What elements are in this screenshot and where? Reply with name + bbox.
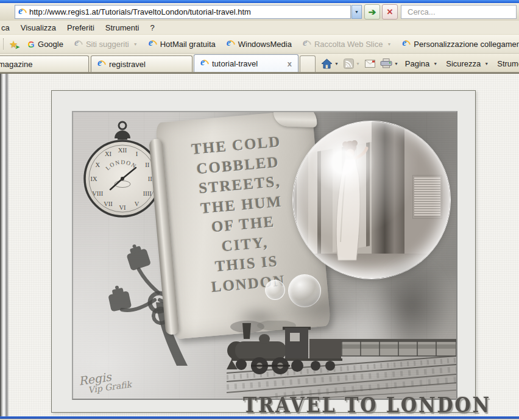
menu-item-preferiti[interactable]: Preferiti xyxy=(62,21,100,34)
chevron-down-icon: ▼ xyxy=(433,62,437,66)
clock-numeral: XII xyxy=(118,147,127,154)
rss-feed-icon xyxy=(344,59,354,69)
tab-bar: magazine registravel tutorial-travel x ▼ xyxy=(0,54,519,72)
favorite-label: Siti suggeriti xyxy=(86,40,129,49)
command-bar: ▼ ▼ xyxy=(319,55,519,71)
page-viewport: XII I II III IIII V VI VII VIII IX X XI xyxy=(0,74,519,416)
printer-icon xyxy=(380,59,392,68)
print-button[interactable]: ▼ xyxy=(378,57,400,69)
close-icon[interactable]: x xyxy=(286,59,293,68)
address-dropdown-button[interactable]: ▼ xyxy=(351,5,362,19)
ie-icon xyxy=(199,59,209,68)
chevron-down-icon: ▼ xyxy=(334,62,339,66)
search-box[interactable] xyxy=(401,5,517,19)
stop-x-icon: ✕ xyxy=(387,7,394,16)
google-g-icon: G xyxy=(27,40,35,49)
home-icon xyxy=(321,59,333,69)
favorites-bar: ★ ➤ G Google Siti suggeriti ▼ HotMail gr… xyxy=(0,35,519,54)
tab-label: magazine xyxy=(0,60,32,69)
clock-numeral: VIII xyxy=(92,190,104,197)
favorite-raccolta-web-slice[interactable]: Raccolta Web Slice ▼ xyxy=(297,37,396,51)
feeds-button[interactable]: ▼ xyxy=(342,57,362,70)
url-input[interactable] xyxy=(29,7,350,16)
chevron-down-icon: ▼ xyxy=(387,42,391,46)
tab-tutorial-travel[interactable]: tutorial-travel x xyxy=(194,54,298,72)
chevron-down-icon: ▼ xyxy=(356,62,360,66)
page-favicon-icon xyxy=(17,7,27,17)
cmd-label: Sicurezza xyxy=(446,59,481,68)
ie-icon xyxy=(225,39,235,49)
cmd-label: Strumenti xyxy=(497,59,519,68)
menu-bar: ca Visualizza Preferiti Strumenti ? xyxy=(0,21,519,35)
favorite-siti-suggeriti[interactable]: Siti suggeriti ▼ xyxy=(68,37,143,51)
address-toolbar: ▼ ➔ ✕ xyxy=(0,3,519,21)
browser-window: ▼ ➔ ✕ ca Visualizza Preferiti Strumenti … xyxy=(0,0,519,420)
green-arrow-icon: ➤ xyxy=(15,44,20,50)
tab-registravel[interactable]: registravel xyxy=(91,55,192,72)
clock-numeral: X xyxy=(96,162,101,168)
chevron-down-icon: ▼ xyxy=(394,62,398,66)
page-left-border-decoration xyxy=(0,74,9,416)
ie-icon xyxy=(147,39,157,49)
favorite-label: WindowsMedia xyxy=(238,40,292,49)
chevron-down-icon: ▼ xyxy=(133,42,138,46)
favorite-label: Personalizzazione collegamenti xyxy=(414,40,519,49)
clock-numeral: IIII xyxy=(143,190,152,197)
go-button[interactable]: ➔ xyxy=(364,4,380,20)
ie-icon xyxy=(96,59,106,69)
clock-numeral: V xyxy=(135,201,139,207)
glass-bubble-graphic xyxy=(292,121,451,279)
clock-numeral: XI xyxy=(105,151,112,157)
clock-numeral: II xyxy=(145,162,149,168)
steam-train-graphic xyxy=(227,321,456,399)
favorite-label: Raccolta Web Slice xyxy=(314,40,383,49)
window-bottom-border xyxy=(0,416,519,420)
add-favorite-button[interactable]: ★ ➤ xyxy=(9,38,18,49)
read-mail-button[interactable] xyxy=(363,59,377,69)
favorite-hotmail[interactable]: HotMail gratuita xyxy=(143,37,221,51)
menu-item-strumenti[interactable]: Strumenti xyxy=(100,21,145,34)
favorite-windowsmedia[interactable]: WindowsMedia xyxy=(221,37,297,51)
new-tab-button[interactable] xyxy=(300,55,316,72)
small-bubble-graphic xyxy=(265,280,285,300)
chevron-down-icon: ▼ xyxy=(355,10,359,14)
mail-icon xyxy=(365,60,375,68)
collage-image: XII I II III IIII V VI VII VIII IX X XI xyxy=(72,111,457,400)
ie-icon xyxy=(401,39,411,49)
toolbar-grip xyxy=(3,38,4,49)
favorite-label: Google xyxy=(38,40,63,49)
address-field[interactable] xyxy=(15,5,351,19)
pagina-button[interactable]: Pagina ▼ xyxy=(401,57,441,70)
ie-icon xyxy=(302,39,311,49)
clock-numeral: IX xyxy=(90,176,97,182)
favorite-google[interactable]: G Google xyxy=(23,37,68,51)
home-button[interactable]: ▼ xyxy=(319,57,341,70)
bubble-highlight xyxy=(293,121,450,279)
tab-label: registravel xyxy=(109,60,146,69)
go-arrow-icon: ➔ xyxy=(369,7,376,18)
watermark-signature: Regis Vip Grafik xyxy=(78,368,132,395)
cmd-label: Pagina xyxy=(405,59,429,68)
menu-item-modifica[interactable]: ca xyxy=(0,21,15,34)
search-input[interactable] xyxy=(406,7,516,17)
ie-icon xyxy=(73,39,83,49)
chevron-down-icon: ▼ xyxy=(484,62,489,66)
favorite-label: HotMail gratuita xyxy=(160,40,216,49)
tab-label: tutorial-travel xyxy=(212,59,258,68)
clock-numeral: VI xyxy=(119,204,126,211)
menu-item-help[interactable]: ? xyxy=(144,21,160,34)
travel-to-london-title: TRAVEL TO LONDON xyxy=(243,393,491,416)
menu-item-visualizza[interactable]: Visualizza xyxy=(15,21,62,34)
clock-numeral: I xyxy=(136,151,138,157)
strumenti-button[interactable]: Strumenti xyxy=(493,57,519,70)
tab-magazine[interactable]: magazine xyxy=(0,55,89,72)
favorite-personalizzazione[interactable]: Personalizzazione collegamenti xyxy=(396,37,519,51)
clock-numeral: VII xyxy=(104,201,113,207)
sicurezza-button[interactable]: Sicurezza ▼ xyxy=(442,57,492,70)
stop-button[interactable]: ✕ xyxy=(382,4,398,20)
picture-frame: XII I II III IIII V VI VII VIII IX X XI xyxy=(51,90,476,413)
